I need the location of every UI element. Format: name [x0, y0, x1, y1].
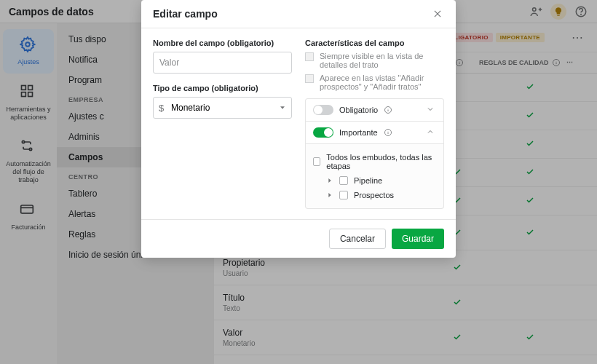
chevron-down-icon[interactable] [426, 105, 436, 115]
info-icon [384, 106, 392, 114]
checkbox[interactable] [313, 157, 320, 166]
toggle-row-importante: Importante [305, 121, 444, 144]
checkbox-label: Pipeline [354, 176, 382, 185]
checkbox-disabled [305, 52, 314, 61]
close-icon[interactable] [431, 7, 444, 20]
checkbox-row-pipeline[interactable]: Pipeline [313, 173, 436, 188]
toggle-importante[interactable] [313, 127, 333, 138]
modal-title: Editar campo [153, 8, 218, 20]
checkbox-disabled [305, 74, 314, 83]
edit-field-modal: Editar campo Nombre del campo (obligator… [141, 0, 456, 258]
modal-left: Nombre del campo (obligatorio) Tipo de c… [153, 39, 292, 209]
nombre-input[interactable] [153, 52, 292, 74]
modal-footer: Cancelar Guardar [141, 219, 456, 258]
modal-right: Características del campo Siempre visibl… [305, 39, 444, 209]
checkbox-label: Prospectos [354, 191, 394, 199]
char-aparece: Aparece en las vistas "Añadir prospectos… [305, 74, 444, 91]
save-button[interactable]: Guardar [392, 229, 444, 249]
toggle-label: Obligatorio [339, 106, 378, 114]
char-siempre: Siempre visible en la vista de detalles … [305, 52, 444, 69]
toggle-row-obligatorio: Obligatorio [305, 98, 444, 121]
expand-panel: Todos los embudos, todas las etapas Pipe… [305, 144, 444, 209]
modal-body: Nombre del campo (obligatorio) Tipo de c… [141, 28, 456, 219]
checkbox[interactable] [339, 176, 348, 185]
tipo-select[interactable]: Monetario [153, 97, 292, 119]
chevron-right-icon [326, 177, 333, 184]
checkbox-row-prospectos[interactable]: Prospectos [313, 188, 436, 202]
svg-marker-31 [328, 193, 331, 197]
toggle-label: Importante [339, 128, 378, 137]
checkbox-label: Todos los embudos, todas las etapas [326, 153, 436, 170]
currency-icon: $ [159, 103, 164, 114]
chevron-right-icon [326, 191, 333, 199]
checkbox-row-todos[interactable]: Todos los embudos, todas las etapas [313, 150, 436, 173]
modal-header: Editar campo [141, 0, 456, 28]
svg-marker-30 [328, 178, 331, 183]
cancel-button[interactable]: Cancelar [329, 229, 386, 249]
toggle-obligatorio[interactable] [313, 105, 333, 115]
info-icon [384, 128, 392, 137]
chevron-up-icon[interactable] [426, 127, 436, 138]
tipo-label: Tipo de campo (obligatorio) [153, 84, 292, 92]
caracteristicas-label: Características del campo [305, 39, 444, 47]
nombre-label: Nombre del campo (obligatorio) [153, 39, 292, 47]
checkbox[interactable] [339, 191, 348, 199]
